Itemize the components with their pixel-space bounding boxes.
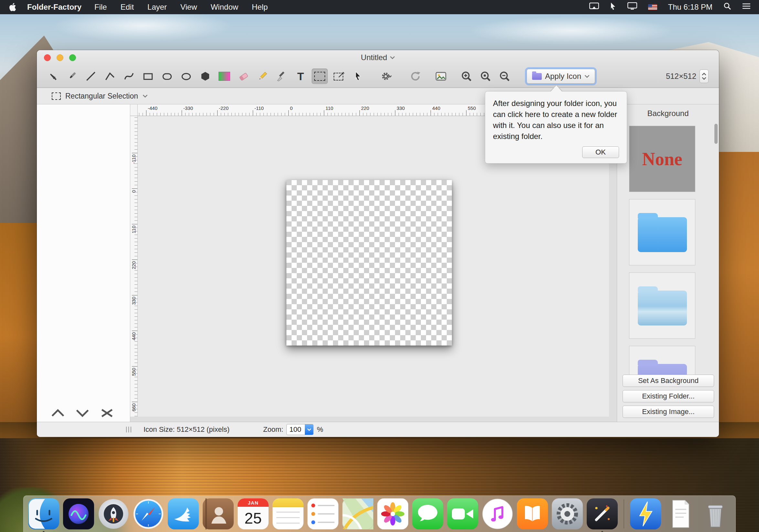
dock-notes[interactable] <box>272 498 303 529</box>
notification-center-icon[interactable] <box>742 3 751 12</box>
zoom-in-button[interactable] <box>459 68 474 84</box>
gradient-swatch[interactable] <box>216 68 232 84</box>
spotlight-search-icon[interactable] <box>723 2 731 12</box>
minimize-button[interactable] <box>57 54 63 61</box>
menu-layer[interactable]: Layer <box>147 3 167 12</box>
menu-window[interactable]: Window <box>211 3 238 12</box>
dock-trash[interactable] <box>700 498 731 529</box>
dock: JAN 25 <box>23 495 736 532</box>
background-thumb-purple-folder[interactable] <box>629 346 695 375</box>
apply-icon-tooltip: After designing your folder icon, you ca… <box>485 91 627 164</box>
window-title: Untitled <box>361 53 387 62</box>
knife-tool[interactable] <box>273 68 290 84</box>
dock-siri[interactable] <box>63 498 94 529</box>
panel-scrollbar[interactable] <box>714 124 718 144</box>
eyedropper-tool[interactable] <box>45 68 61 84</box>
dock-itunes[interactable] <box>482 498 513 529</box>
eraser-tool[interactable] <box>235 68 252 84</box>
gear-menu[interactable] <box>379 68 395 84</box>
move-up-button[interactable] <box>51 408 65 418</box>
dock-calendar[interactable]: JAN 25 <box>238 498 269 529</box>
image-button[interactable] <box>433 68 449 84</box>
calendar-month: JAN <box>238 498 269 507</box>
dock-launchpad[interactable] <box>98 498 129 529</box>
pencil-tool[interactable] <box>255 68 270 84</box>
background-thumb-image-folder[interactable] <box>629 273 695 339</box>
menu-items: File Edit Layer View Window Help <box>95 3 268 12</box>
polyline-tool[interactable] <box>102 68 118 84</box>
dock-contacts[interactable] <box>203 498 234 529</box>
ellipse-tool[interactable] <box>178 68 194 84</box>
tooltip-ok-button[interactable]: OK <box>582 146 619 158</box>
existing-image-button[interactable]: Existing Image... <box>622 406 714 418</box>
rect-select-tool[interactable] <box>312 68 328 84</box>
size-stepper[interactable] <box>699 69 708 83</box>
app-menu-title[interactable]: Folder-Factory <box>27 3 81 12</box>
delete-button[interactable] <box>100 408 114 418</box>
set-as-background-button[interactable]: Set As Background <box>622 375 714 387</box>
monitor-icon[interactable] <box>627 2 637 12</box>
traffic-lights <box>44 50 76 65</box>
dock-finder[interactable] <box>28 498 59 529</box>
apple-menu[interactable] <box>9 3 16 11</box>
layers-panel[interactable] <box>37 104 130 422</box>
background-thumb-blue-folder[interactable] <box>629 199 695 265</box>
purple-folder-icon <box>532 73 542 80</box>
close-button[interactable] <box>44 54 51 61</box>
background-panel: Background None Set As Bac <box>617 104 719 422</box>
rounded-rect-tool[interactable] <box>159 68 175 84</box>
dock-facetime[interactable] <box>447 498 478 529</box>
rectangle-tool[interactable] <box>140 68 156 84</box>
brush-tool[interactable] <box>64 68 80 84</box>
zoom-window-button[interactable] <box>69 54 76 61</box>
splitter-handle[interactable] <box>126 427 131 433</box>
us-flag-input-icon[interactable] <box>648 4 657 10</box>
dock-ibooks[interactable] <box>517 498 548 529</box>
icon-size-control[interactable]: 512×512 <box>666 69 708 83</box>
dock-photos[interactable] <box>377 498 408 529</box>
zoom-value[interactable]: 100 <box>287 424 305 435</box>
zoom-actual-button[interactable] <box>477 68 494 84</box>
status-bar: Icon Size: 512×512 (pixels) Zoom: 100 % <box>37 422 719 437</box>
title-bar[interactable]: Untitled <box>37 50 719 65</box>
magic-select-tool[interactable] <box>331 68 347 84</box>
existing-folder-button[interactable]: Existing Folder... <box>622 390 714 402</box>
menu-view[interactable]: View <box>180 3 197 12</box>
dock-separator <box>623 499 624 528</box>
dock-mail[interactable] <box>168 498 199 529</box>
zoom-out-button[interactable] <box>497 68 513 84</box>
dock-document[interactable] <box>665 498 696 529</box>
apply-icon-button[interactable]: Apply Icon <box>527 69 595 84</box>
menu-edit[interactable]: Edit <box>121 3 134 12</box>
zoom-dropdown-button[interactable] <box>305 424 313 435</box>
dock-folder-factory[interactable] <box>587 498 618 529</box>
menu-file[interactable]: File <box>95 3 107 12</box>
dock-system-preferences[interactable] <box>552 498 583 529</box>
icon-canvas-transparent[interactable] <box>286 180 452 346</box>
chevron-down-icon <box>702 77 706 80</box>
polygon-tool[interactable] <box>197 68 213 84</box>
menu-bar-clock[interactable]: Thu 6:18 PM <box>668 3 712 12</box>
layers-panel-toolbar <box>51 408 114 418</box>
curve-tool[interactable] <box>121 68 137 84</box>
dock-messages[interactable] <box>412 498 443 529</box>
zoom-input[interactable]: 100 <box>286 424 314 435</box>
menu-help[interactable]: Help <box>252 3 268 12</box>
dock-lightning[interactable] <box>630 498 661 529</box>
selection-mode-label: Rectangular Selection <box>65 92 138 100</box>
line-tool[interactable] <box>83 68 99 84</box>
chevron-down-icon <box>142 95 148 97</box>
background-thumb-none[interactable]: None <box>629 126 695 192</box>
dock-safari[interactable] <box>133 498 164 529</box>
dock-maps[interactable] <box>342 498 373 529</box>
dock-reminders[interactable] <box>307 498 339 529</box>
pointer-icon[interactable] <box>610 2 617 12</box>
window-title-menu[interactable]: Untitled <box>361 53 395 62</box>
text-tool[interactable]: T <box>293 68 309 84</box>
calendar-day: 25 <box>238 507 269 529</box>
move-down-button[interactable] <box>76 408 89 418</box>
arrow-tool[interactable] <box>350 68 366 84</box>
display-mirroring-icon[interactable] <box>589 3 599 12</box>
rotate-button[interactable] <box>407 68 423 84</box>
screen: Folder-Factory File Edit Layer View Wind… <box>0 0 759 532</box>
